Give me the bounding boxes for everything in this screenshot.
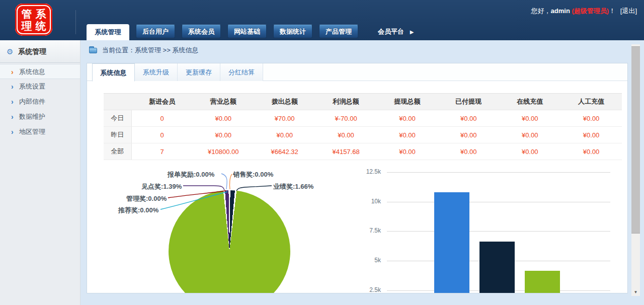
- sidebar-item-data-maintenance[interactable]: › 数据维护: [0, 109, 80, 124]
- logo-char: 管: [22, 9, 32, 19]
- stat-value: ¥0.00: [438, 110, 499, 127]
- scrollbar-down-arrow[interactable]: ▼: [631, 290, 640, 294]
- pie-label-management-bonus: 管理奖:0.00%: [126, 194, 167, 203]
- tab-system-upgrade[interactable]: 系统升级: [135, 63, 178, 81]
- stat-value: ¥0.00: [499, 127, 560, 143]
- stat-value: ¥0.00: [499, 110, 560, 127]
- stat-value: ¥-70.00: [315, 110, 377, 127]
- column-header: 已付提现: [438, 94, 499, 110]
- stat-value: 0: [131, 127, 193, 143]
- sidebar: ⚙ 系统管理 › 系统信息 › 系统设置 › 内部信件 › 数据维护 › 地区管…: [0, 40, 80, 305]
- user-role: (超级管理员): [572, 7, 609, 15]
- column-header: 提现总额: [377, 94, 438, 110]
- breadcrumb: 当前位置：系统管理 >> 系统信息: [80, 40, 644, 60]
- stat-value: ¥0.00: [193, 110, 254, 127]
- stat-value: ¥0.00: [377, 127, 438, 143]
- app-logo: 管 系 理 统: [15, 4, 52, 36]
- nav-tab-data-statistics[interactable]: 数据统计: [273, 25, 312, 38]
- table-header-row: 新进会员 营业总额 拨出总额 利润总额 提现总额 已付提现 在线充值 人工充值: [104, 94, 622, 110]
- gear-icon: ⚙: [7, 40, 13, 63]
- bonus-pie-chart: [169, 190, 290, 293]
- sidebar-item-system-settings[interactable]: › 系统设置: [0, 79, 80, 94]
- table-row: 昨日 0 ¥0.00 ¥0.00 ¥0.00 ¥0.00 ¥0.00 ¥0.00…: [104, 127, 622, 143]
- column-header: 拨出总额: [254, 94, 315, 110]
- tab-system-info[interactable]: 系统信息: [92, 63, 135, 82]
- stat-value: ¥0.00: [377, 143, 438, 160]
- stat-value: ¥10800.00: [193, 143, 254, 160]
- gridline: [387, 202, 610, 202]
- pie-label-sales-bonus: 销售奖:0.00%: [233, 170, 273, 179]
- greeting-suffix: ！: [609, 7, 615, 15]
- nav-member-platform[interactable]: 会员平台 ▶: [378, 25, 414, 38]
- pie-label-order-bonus: 报单奖励:0.00%: [168, 170, 214, 179]
- pie-label-sight-bonus: 见点奖:1.39%: [141, 182, 182, 191]
- user-greeting: 您好，admin (超级管理员)！ [退出]: [531, 7, 637, 16]
- header-divider: [75, 10, 76, 34]
- row-label: 全部: [104, 143, 131, 160]
- chevron-right-icon: ›: [11, 109, 14, 124]
- column-header: 人工充值: [560, 94, 622, 110]
- stat-value: 0: [131, 110, 193, 127]
- greeting-prefix: 您好，: [531, 7, 551, 15]
- content-area: 当前位置：系统管理 >> 系统信息 系统信息 系统升级 更新缓存 分红结算 新进…: [80, 40, 644, 305]
- bar-1: [434, 192, 469, 293]
- logo-char: 统: [36, 21, 46, 31]
- nav-tab-system-management[interactable]: 系统管理: [87, 24, 129, 40]
- sidebar-item-label: 地区管理: [19, 128, 45, 135]
- nav-tab-product-management[interactable]: 产品管理: [319, 25, 358, 38]
- stat-value: ¥70.00: [254, 110, 315, 127]
- system-info-panel: 系统信息 系统升级 更新缓存 分红结算 新进会员 营业总额 拨出总额 利润总额 …: [87, 63, 628, 293]
- sidebar-item-region-management[interactable]: › 地区管理: [0, 124, 80, 139]
- admin-dashboard: 管 系 理 统 您好，admin (超级管理员)！ [退出] 系统管理 后台用户…: [0, 0, 644, 305]
- nav-tab-site-basics[interactable]: 网站基础: [227, 25, 267, 38]
- sidebar-item-internal-mail[interactable]: › 内部信件: [0, 94, 80, 109]
- stat-value: ¥0.00: [254, 127, 315, 143]
- gridline: [387, 231, 610, 232]
- column-header: 在线充值: [499, 94, 560, 110]
- row-label: 今日: [104, 110, 131, 127]
- sidebar-menu: › 系统信息 › 系统设置 › 内部信件 › 数据维护 › 地区管理: [0, 63, 80, 139]
- column-header: 利润总额: [315, 94, 377, 110]
- stat-value: 7: [131, 143, 193, 160]
- logo-char: 系: [36, 9, 46, 19]
- folder-icon: [89, 48, 97, 53]
- sidebar-item-label: 内部信件: [19, 98, 45, 105]
- panel-tab-bar: 系统信息 系统升级 更新缓存 分红结算: [87, 63, 627, 81]
- table-row: 今日 0 ¥0.00 ¥70.00 ¥-70.00 ¥0.00 ¥0.00 ¥0…: [104, 110, 622, 127]
- stat-value: ¥6642.32: [254, 143, 315, 160]
- stat-value: ¥0.00: [193, 127, 254, 143]
- vertical-scrollbar[interactable]: ▼: [631, 44, 640, 296]
- stat-value: ¥4157.68: [315, 143, 377, 160]
- tab-dividend-settlement[interactable]: 分红结算: [220, 63, 263, 81]
- stat-value: ¥0.00: [499, 143, 560, 160]
- stats-table: 新进会员 营业总额 拨出总额 利润总额 提现总额 已付提现 在线充值 人工充值 …: [104, 93, 622, 160]
- column-header: 营业总额: [193, 94, 254, 110]
- gridline: [387, 172, 610, 173]
- nav-tab-system-members[interactable]: 系统会员: [182, 25, 221, 38]
- arrow-right-icon: ▶: [410, 29, 414, 35]
- sidebar-item-label: 系统信息: [19, 68, 45, 75]
- pie-label-referral-bonus: 推荐奖:0.00%: [118, 206, 158, 215]
- chevron-right-icon: ›: [11, 94, 14, 109]
- tab-update-cache[interactable]: 更新缓存: [178, 63, 220, 81]
- logout-link[interactable]: [退出]: [620, 7, 637, 15]
- chevron-right-icon: ›: [11, 79, 14, 94]
- nav-member-platform-label: 会员平台: [378, 28, 404, 35]
- sidebar-header: ⚙ 系统管理: [0, 40, 80, 63]
- sidebar-item-system-info[interactable]: › 系统信息: [0, 64, 80, 79]
- row-label: 昨日: [104, 127, 131, 143]
- stat-value: ¥0.00: [438, 143, 499, 160]
- stat-value: ¥0.00: [377, 110, 438, 127]
- column-header: [104, 94, 131, 110]
- chevron-right-icon: ›: [11, 124, 14, 139]
- username: admin: [551, 7, 570, 15]
- sidebar-item-label: 数据维护: [19, 113, 45, 120]
- column-header: 新进会员: [131, 94, 193, 110]
- scrollbar-thumb[interactable]: [631, 46, 640, 234]
- y-axis-tick: 12.5k: [351, 168, 381, 175]
- pie-label-performance-bonus: 业绩奖:1.66%: [273, 182, 313, 191]
- sidebar-item-label: 系统设置: [19, 83, 45, 90]
- main-nav: 系统管理 后台用户 系统会员 网站基础 数据统计 产品管理 会员平台 ▶: [87, 24, 414, 40]
- nav-tab-backend-users[interactable]: 后台用户: [136, 25, 175, 38]
- table-row: 全部 7 ¥10800.00 ¥6642.32 ¥4157.68 ¥0.00 ¥…: [104, 143, 622, 160]
